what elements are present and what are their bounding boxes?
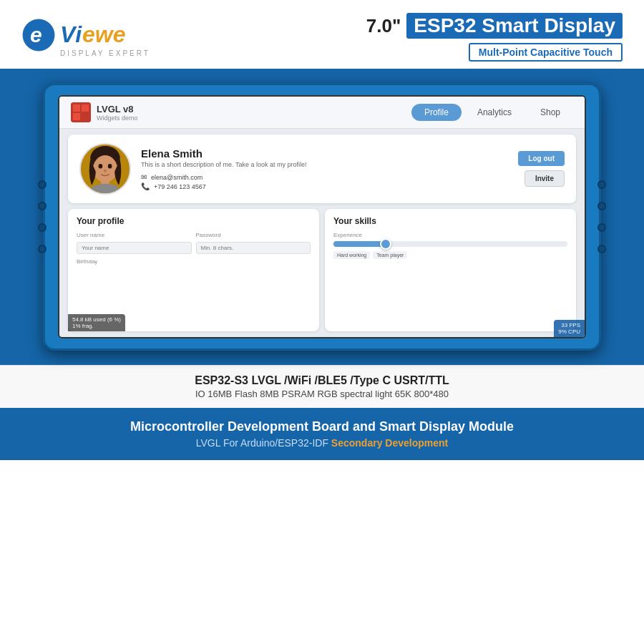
- svg-rect-4: [82, 104, 89, 112]
- logo-area: e Vi ewe DISPLAY EXPERT: [21, 18, 150, 57]
- password-field-group: Password: [196, 232, 311, 254]
- your-profile-card: Your profile User name Password: [68, 209, 319, 331]
- display-expert-text: DISPLAY EXPERT: [60, 49, 150, 57]
- lvgl-tabs[interactable]: Profile Analytics Shop: [411, 104, 573, 121]
- svg-point-11: [108, 164, 112, 169]
- logo-row: e Vi ewe: [21, 18, 126, 52]
- profile-form: User name Password: [77, 232, 311, 254]
- left-holes: [38, 180, 47, 253]
- profile-name: Elena Smith: [141, 147, 508, 160]
- skill-tags: Hard working Team player: [333, 251, 567, 259]
- logo-text-v: Vi: [60, 21, 82, 48]
- tab-shop[interactable]: Shop: [527, 104, 573, 121]
- status-frag: 1% frag.: [72, 323, 121, 329]
- birthday-label: Birthday: [77, 258, 311, 265]
- svg-rect-3: [73, 104, 80, 112]
- skill-tag-0: Hard working: [333, 251, 370, 259]
- avatar-image: [81, 145, 130, 193]
- svg-text:e: e: [30, 23, 42, 47]
- lvgl-logo: LVGL v8 Widgets demo: [71, 102, 138, 122]
- screen: LVGL v8 Widgets demo Profile Analytics S…: [58, 95, 586, 338]
- hole: [597, 202, 606, 210]
- footer-line2: LVGL For Arduino/ESP32-IDF Secondary Dev…: [29, 437, 615, 449]
- specs-section: ESP32-S3 LVGL /WiFi /BLE5 /Type C USRT/T…: [0, 365, 644, 408]
- footer-prefix: LVGL For Arduino/ESP32-IDF: [196, 437, 328, 449]
- hole: [38, 180, 47, 189]
- bottom-cards: Your profile User name Password: [68, 209, 576, 331]
- status-fps: 33 FPS: [558, 322, 580, 328]
- hole: [597, 180, 606, 189]
- username-label: User name: [77, 232, 192, 238]
- specs-line2: IO 16MB Flash 8MB PSRAM RGB spectral lig…: [29, 389, 615, 399]
- svg-point-10: [99, 164, 103, 169]
- title-accent: ESP32 Smart Display: [406, 13, 623, 39]
- username-input[interactable]: [77, 242, 192, 254]
- main-title-row: 7.0" ESP32 Smart Display: [366, 13, 623, 39]
- password-label: Password: [196, 232, 311, 238]
- svg-rect-5: [73, 113, 80, 120]
- footer-accent: Secondary Development: [331, 437, 448, 449]
- tab-profile[interactable]: Profile: [411, 104, 462, 121]
- right-holes: [597, 180, 606, 253]
- svg-point-9: [93, 155, 117, 182]
- pcb-board: LVGL v8 Widgets demo Profile Analytics S…: [43, 83, 601, 351]
- device-section: LVGL v8 Widgets demo Profile Analytics S…: [0, 69, 644, 365]
- birthday-group: Birthday: [77, 258, 311, 265]
- hole: [38, 223, 47, 232]
- your-skills-title: Your skills: [333, 216, 567, 226]
- profile-actions: Log out Invite: [518, 151, 565, 187]
- profile-contact: ✉ elena@smith.com 📞 +79 246 123 4567: [141, 173, 508, 190]
- skill-bar[interactable]: [333, 241, 567, 247]
- logout-button[interactable]: Log out: [518, 151, 565, 166]
- avatar: [79, 143, 131, 195]
- profile-card: Elena Smith This is a short description …: [68, 135, 576, 203]
- lvgl-logo-text: LVGL v8 Widgets demo: [97, 104, 138, 122]
- profile-desc: This is a short description of me. Take …: [141, 161, 508, 170]
- footer-line1: Microcontroller Development Board and Sm…: [29, 419, 615, 434]
- email-icon: ✉: [141, 173, 147, 181]
- profile-info: Elena Smith This is a short description …: [141, 147, 508, 191]
- email-value: elena@smith.com: [151, 174, 203, 181]
- brand-icon: e: [21, 18, 56, 52]
- email-row: ✉ elena@smith.com: [141, 173, 508, 181]
- subtitle-box: Mult-Point Capacitive Touch: [469, 43, 623, 62]
- top-header: e Vi ewe DISPLAY EXPERT 7.0" ESP32 Smart…: [0, 0, 644, 69]
- footer-section: Microcontroller Development Board and Sm…: [0, 408, 644, 460]
- phone-row: 📞 +79 246 123 4567: [141, 182, 508, 190]
- skill-handle[interactable]: [380, 238, 391, 250]
- experience-label: Experience: [333, 232, 567, 238]
- lvgl-ui: LVGL v8 Widgets demo Profile Analytics S…: [59, 97, 585, 337]
- status-memory: 54.8 kB used (6 %): [72, 316, 121, 323]
- svg-point-12: [104, 169, 107, 172]
- your-profile-title: Your profile: [77, 216, 311, 226]
- lvgl-header: LVGL v8 Widgets demo Profile Analytics S…: [59, 97, 585, 129]
- username-field-group: User name: [77, 232, 192, 254]
- title-size: 7.0": [366, 15, 401, 37]
- logo-text-ewe: ewe: [82, 21, 125, 48]
- status-right: 33 FPS 9% CPU: [554, 320, 585, 337]
- phone-icon: 📞: [141, 182, 150, 190]
- hole: [38, 245, 47, 253]
- hole: [597, 245, 606, 253]
- phone-value: +79 246 123 4567: [154, 183, 206, 190]
- tab-analytics[interactable]: Analytics: [464, 104, 525, 121]
- lvgl-content: Elena Smith This is a short description …: [59, 129, 585, 337]
- status-cpu: 9% CPU: [558, 328, 580, 335]
- hole: [38, 202, 47, 210]
- skill-bar-fill: [333, 241, 385, 247]
- header-right: 7.0" ESP32 Smart Display Mult-Point Capa…: [366, 13, 623, 62]
- skill-tag-1: Team player: [373, 251, 407, 259]
- invite-button[interactable]: Invite: [525, 170, 565, 187]
- your-skills-card: Your skills Experience Hard working Team…: [325, 209, 576, 331]
- status-left: 54.8 kB used (6 %) 1% frag.: [68, 314, 125, 331]
- hole: [597, 223, 606, 232]
- lvgl-logo-icon: [71, 102, 91, 122]
- svg-rect-6: [82, 113, 89, 120]
- password-input[interactable]: [196, 242, 311, 254]
- specs-line1: ESP32-S3 LVGL /WiFi /BLE5 /Type C USRT/T…: [29, 374, 615, 387]
